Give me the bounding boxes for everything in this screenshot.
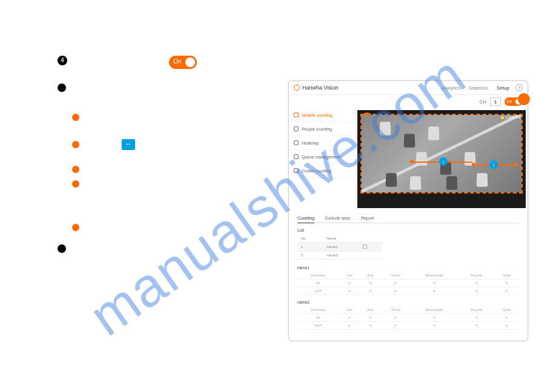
video-preview[interactable]: ↓ ↓ Line 2/2 [357,110,526,208]
direction-marker-down-icon[interactable]: ↓ [439,157,448,166]
col-car: Car [339,306,360,314]
data-title: name1 [297,266,519,270]
bullet-black [58,83,66,92]
line-list-table: No. Name 1 name1 2 name2 [297,235,382,260]
data-row: OUT 0 0 0 0 0 0 [297,322,519,330]
cell: 0 [381,322,409,330]
col-motorcycle: Motorcycle [409,306,459,314]
data-block-2: name2 Direction Car Bus Truck Motorcycle… [297,300,519,330]
data-table: Direction Car Bus Truck Motorcycle Bicyc… [297,306,519,330]
channel-row: CH 1 On [289,95,528,108]
crowd-icon [294,168,299,173]
panel-content: Vehicle counting People counting Heatmap… [289,108,528,210]
panel-header: Hanwha Vision Analytics Statistics Setup… [289,81,528,95]
sidebar-item-vehicle-counting[interactable]: Vehicle counting [289,108,355,122]
col-bus: Bus [360,272,382,279]
col-bicycle: Bicycle [459,306,494,314]
brand-logo-icon [294,85,300,91]
data-block-1: name1 Direction Car Bus Truck Motorcycle… [297,266,519,295]
cell: 0 [339,314,360,322]
cell: 0 [360,287,382,295]
cell-no: 2 [297,252,323,260]
cell: IN [297,279,339,287]
channel-select[interactable]: 1 [490,97,501,106]
cell: OUT [297,287,339,295]
list-row[interactable]: 1 name1 [297,243,382,252]
list-heading: List [297,228,519,232]
app-panel: Hanwha Vision Analytics Statistics Setup… [288,80,528,341]
cell-name: name2 [323,252,359,260]
tab-analytics[interactable]: Analytics [441,85,460,91]
cell: 0 [494,287,519,295]
cell: 0 [360,279,382,287]
cell: 0 [360,322,382,330]
sidebar-item-label: People counting [302,127,332,131]
delete-icon[interactable] [363,244,367,249]
tab-setup[interactable]: Setup [497,85,509,91]
bullet-orange [72,141,79,148]
cell: 0 [339,322,360,330]
sidebar-item-label: Queue management [302,155,340,159]
cell: 0 [381,287,409,295]
bullet-orange [72,224,79,231]
enable-toggle[interactable] [169,56,197,69]
cell-no: 1 [297,243,323,252]
subtab-exclude-area[interactable]: Exclude area [325,216,350,220]
data-row: OUT 0 0 0 0 0 0 [297,287,519,295]
sidebar-item-heatmap[interactable]: Heatmap [289,136,355,150]
sidebar-item-queue-management[interactable]: Queue management [289,150,355,164]
subtab-counting[interactable]: Counting [297,216,314,223]
cell: 0 [494,279,519,287]
bullet-orange [72,180,79,188]
top-tabs: Analytics Statistics Setup [441,85,509,91]
list-row[interactable]: 2 name2 [297,252,382,260]
col-truck: Truck [381,306,409,314]
brand: Hanwha Vision [294,85,339,91]
cell: 0 [494,314,519,322]
cell: 0 [381,279,409,287]
col-motorcycle: Motorcycle [409,272,459,279]
col-truck: Truck [381,272,409,279]
cell-name: name1 [323,243,359,252]
subtab-report[interactable]: Report [361,216,374,220]
col-bicycle: Bicycle [459,272,494,279]
cell: 0 [459,287,494,295]
callout-marker-toggle [518,93,530,105]
data-row: IN 0 0 0 0 0 0 [297,314,519,322]
back-arrow-icon[interactable] [122,139,135,150]
channel-label: CH [479,99,486,105]
sidebar-item-crowd-counting[interactable]: Crowd counting [289,164,355,178]
heatmap-icon [294,140,299,145]
help-icon[interactable]: ? [515,84,523,91]
sidebar-item-people-counting[interactable]: People counting [289,122,355,136]
cell: 0 [339,287,360,295]
cell: 0 [409,287,459,295]
col-total: Total [494,272,519,279]
line-endpoint[interactable] [410,160,414,163]
instructions-column: 4 [58,56,276,260]
bottom-section: Counting Exclude area Report List No. Na… [289,210,528,341]
data-table: Direction Car Bus Truck Motorcycle Bicyc… [297,272,519,295]
cell: 0 [494,322,519,330]
cell: 0 [409,322,459,330]
cell: 0 [360,314,382,322]
cell: 0 [459,314,494,322]
col-total: Total [494,306,519,314]
bullet-black [58,244,66,253]
cell: 0 [459,322,494,330]
line-endpoint[interactable] [472,163,475,166]
line-endpoint[interactable] [514,163,518,166]
cell: OUT [297,322,339,330]
sidebar-item-label: Vehicle counting [302,113,333,117]
col-car: Car [339,272,360,279]
bullet-orange [72,114,79,121]
cell: 0 [381,314,409,322]
car-icon [294,113,299,117]
col-no: No. [297,235,323,243]
col-bus: Bus [360,306,382,314]
direction-marker-down-icon[interactable]: ↓ [489,160,498,169]
cell: IN [297,314,339,322]
tab-statistics[interactable]: Statistics [469,85,488,91]
cell: 0 [459,279,494,287]
col-direction: Direction [297,272,339,279]
